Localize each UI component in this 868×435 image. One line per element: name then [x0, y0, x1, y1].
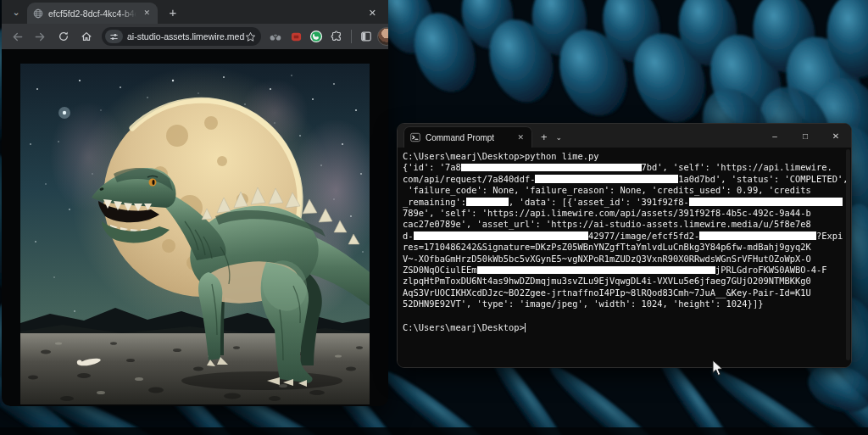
toolbar-divider: [351, 30, 352, 43]
terminal-line: 789e', 'self': 'https://api.limewire.com…: [403, 208, 849, 219]
site-info-button[interactable]: [105, 30, 123, 43]
globe-favicon-icon: [33, 8, 43, 19]
home-icon: [81, 31, 92, 42]
terminal-close-button[interactable]: ✕: [821, 124, 851, 148]
chevron-down-icon: ⌄: [12, 7, 19, 18]
terminal-tab-title: Command Prompt: [426, 133, 510, 142]
terminal-tab-dropdown-button[interactable]: ⌄: [556, 133, 563, 142]
terminal-line: {'id': '7a87bd', 'self': 'https://api.li…: [403, 162, 849, 173]
reload-button[interactable]: [53, 26, 74, 47]
terminal-line: res=1710486242&Signature=DKzPsZ05WBnYNZg…: [403, 242, 849, 253]
terminal-line: com/api/request/7a840ddf-1a0d7bd', 'stat…: [403, 174, 849, 185]
browser-window: ⌄ efcf5fd2-8dcf-4kc4-b4e4-4f2a ✕ + ✕: [2, 0, 388, 406]
terminal-line: V~-XOfbaGmHrzD50kWb5bc5vXGynE5~vgNXPoR1m…: [403, 254, 849, 265]
url-text: ai-studio-assets.limewire.media/u...: [127, 31, 245, 42]
ground: [20, 333, 370, 404]
browser-window-close-button[interactable]: ✕: [369, 8, 376, 19]
back-button[interactable]: [7, 26, 28, 47]
home-button[interactable]: [75, 26, 97, 47]
plus-icon: +: [170, 5, 177, 20]
terminal-titlebar[interactable]: Command Prompt ✕ + ⌄ – □ ✕: [398, 124, 851, 148]
terminal-tab-close-button[interactable]: ✕: [515, 132, 526, 142]
back-arrow-icon: [11, 31, 24, 43]
browser-toolbar: ai-studio-assets.limewire.media/u...: [2, 24, 388, 49]
terminal-line: 'failure_code': None, 'failure_reason': …: [403, 185, 849, 196]
extension-binoculars-icon[interactable]: [266, 27, 285, 46]
terminal-line: ZSD0NqOCiulEEmjPRLGdroFKWS0AWBO-4-F: [403, 265, 849, 276]
side-panel-icon: [360, 31, 372, 42]
forward-button[interactable]: [30, 26, 51, 47]
terminal-body[interactable]: C:\Users\mearj\Desktop>python lime.py{'i…: [398, 148, 851, 367]
side-panel-button[interactable]: [357, 27, 376, 46]
terminal-line: 52DHN9E92VT', 'type': 'image/jpeg', 'wid…: [403, 298, 849, 310]
terminal-line: cac27e0789e', 'asset_url': 'https://ai-s…: [403, 219, 849, 230]
tab-search-button[interactable]: ⌄: [7, 3, 25, 21]
forward-arrow-icon: [34, 31, 47, 43]
terminal-maximize-button[interactable]: □: [790, 124, 821, 148]
browser-viewport: [2, 49, 388, 406]
command-prompt-icon: [410, 132, 420, 142]
terminal-line: _remaining':, 'data': [{'asset_id': '391…: [403, 197, 849, 208]
terminal-minimize-button[interactable]: –: [760, 124, 790, 148]
terminal-line: d-42977/image/efcf5fd2-?Expi: [403, 231, 849, 242]
profile-avatar[interactable]: [377, 27, 388, 46]
puzzle-icon: [331, 31, 342, 42]
browser-tab[interactable]: efcf5fd2-8dcf-4kc4-b4e4-4f2a ✕: [27, 3, 158, 24]
terminal-line: C:\Users\mearj\Desktop>python lime.py: [403, 151, 849, 162]
extensions-puzzle-button[interactable]: [327, 27, 346, 46]
new-tab-button[interactable]: +: [163, 2, 183, 22]
extension-red-icon[interactable]: [287, 27, 305, 46]
desktop: ⌄ efcf5fd2-8dcf-4kc4-b4e4-4f2a ✕ + ✕: [0, 0, 868, 435]
tab-close-button[interactable]: ✕: [142, 8, 152, 19]
browser-tabstrip[interactable]: ⌄ efcf5fd2-8dcf-4kc4-b4e4-4f2a ✕ + ✕: [2, 0, 388, 24]
terminal-line: AqS3VrUOCIKHXcdDJzc~BO2Zgee-jrtnaffnoI4P…: [403, 287, 849, 298]
reload-icon: [58, 31, 70, 42]
mouse-cursor-icon: [712, 360, 724, 376]
terminal-output: C:\Users\mearj\Desktop>python lime.py{'i…: [403, 151, 849, 334]
terminal-scrollbar[interactable]: [846, 149, 850, 360]
generated-image[interactable]: [20, 64, 370, 404]
terminal-line: [403, 310, 849, 321]
bright-star: [58, 107, 70, 119]
terminal-window: Command Prompt ✕ + ⌄ – □ ✕ C:\Users\mear…: [397, 123, 852, 368]
close-icon: ✕: [369, 8, 376, 18]
extension-whatsapp-icon[interactable]: [307, 27, 326, 46]
terminal-line: C:\Users\mearj\Desktop>: [403, 321, 849, 333]
tab-title: efcf5fd2-8dcf-4kc4-b4e4-4f2a: [48, 8, 136, 19]
terminal-new-tab-button[interactable]: +: [541, 131, 548, 143]
terminal-tab[interactable]: Command Prompt ✕: [403, 126, 532, 148]
terminal-line: zlpqHtPmToxDU6Nt4as9hwDZDmqjmu3svZLu9EjV…: [403, 276, 849, 287]
tune-icon: [109, 32, 119, 42]
bookmark-star-icon[interactable]: [245, 31, 256, 42]
address-bar[interactable]: ai-studio-assets.limewire.media/u...: [102, 27, 261, 46]
